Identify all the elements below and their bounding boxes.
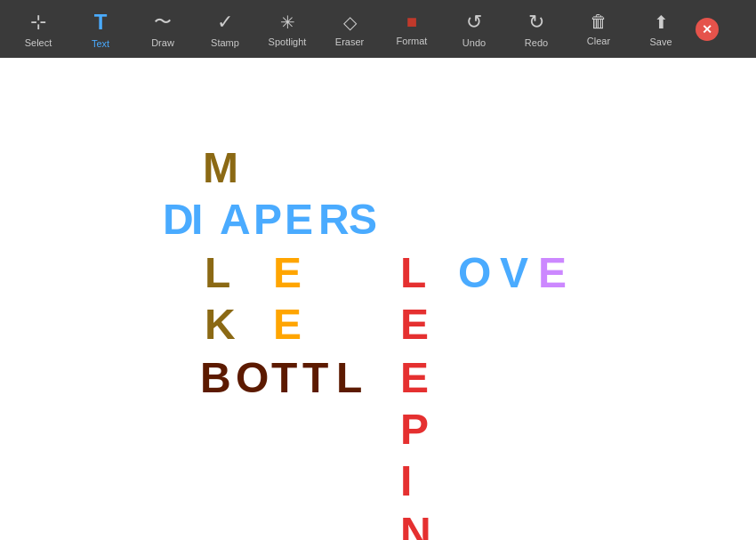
canvas-letter: I (400, 460, 412, 503)
stamp-icon: ✓ (217, 11, 233, 34)
canvas-letter: B (200, 357, 231, 399)
canvas-letter: E (273, 303, 302, 346)
clear-tool[interactable]: 🗑 Clear (567, 3, 630, 56)
redo-label: Redo (525, 37, 548, 48)
canvas-letter: P (253, 198, 282, 241)
undo-label: Undo (462, 37, 486, 48)
eraser-tool[interactable]: ◇ Eraser (318, 3, 381, 56)
spotlight-icon: ✳ (280, 12, 295, 33)
canvas-letter: P (400, 408, 429, 451)
toolbar: ⊹ Select T Text 〜 Draw ✓ Stamp ✳ Spotlig… (0, 0, 756, 58)
canvas-letter: E (400, 303, 429, 346)
draw-tool[interactable]: 〜 Draw (132, 3, 194, 56)
canvas-letter: M (203, 147, 238, 189)
save-tool[interactable]: ⬆ Save (630, 3, 692, 56)
canvas-letter: E (285, 198, 313, 241)
canvas-letter: E (273, 252, 302, 294)
canvas-letter: K (205, 303, 236, 346)
spotlight-label: Spotlight (269, 36, 307, 47)
canvas-letter: O (236, 357, 269, 399)
save-icon: ⬆ (654, 12, 669, 33)
text-tool[interactable]: T Text (69, 3, 132, 56)
save-label: Save (649, 36, 672, 47)
select-label: Select (25, 37, 52, 48)
canvas-letter: E (400, 357, 429, 399)
eraser-label: Eraser (335, 36, 364, 47)
canvas-letter: T (302, 357, 328, 399)
canvas-letter: E (538, 252, 567, 294)
canvas-letter: D (163, 198, 194, 241)
canvas-letter: O (458, 252, 491, 294)
canvas: MDIAPERSLELOVEKEEBOTTLEPING (0, 58, 756, 540)
canvas-letter: I (191, 198, 203, 241)
text-label: Text (92, 38, 109, 49)
close-button[interactable]: ✕ (696, 18, 719, 41)
canvas-letter: L (400, 252, 426, 294)
format-label: Format (397, 36, 428, 46)
canvas-letter: S (349, 198, 377, 241)
spotlight-tool[interactable]: ✳ Spotlight (256, 3, 318, 56)
stamp-tool[interactable]: ✓ Stamp (194, 3, 256, 56)
text-icon: T (94, 10, 108, 35)
draw-icon: 〜 (154, 10, 172, 34)
format-icon: ■ (406, 12, 417, 32)
draw-label: Draw (151, 37, 174, 48)
eraser-icon: ◇ (343, 12, 357, 33)
clear-label: Clear (587, 36, 610, 46)
select-icon: ⊹ (30, 11, 46, 34)
select-tool[interactable]: ⊹ Select (7, 3, 69, 56)
canvas-letter: R (318, 198, 350, 241)
clear-icon: 🗑 (590, 12, 607, 32)
canvas-letter: L (336, 357, 362, 399)
canvas-letter: L (205, 252, 230, 294)
format-tool[interactable]: ■ Format (381, 3, 443, 56)
undo-tool[interactable]: ↺ Undo (443, 3, 505, 56)
canvas-letter: N (400, 512, 431, 540)
canvas-letter: A (220, 198, 251, 241)
canvas-letter: T (271, 357, 297, 399)
redo-tool[interactable]: ↻ Redo (505, 3, 567, 56)
redo-icon: ↻ (528, 11, 544, 34)
stamp-label: Stamp (211, 37, 239, 48)
canvas-letter: V (500, 252, 528, 294)
undo-icon: ↺ (466, 11, 482, 34)
